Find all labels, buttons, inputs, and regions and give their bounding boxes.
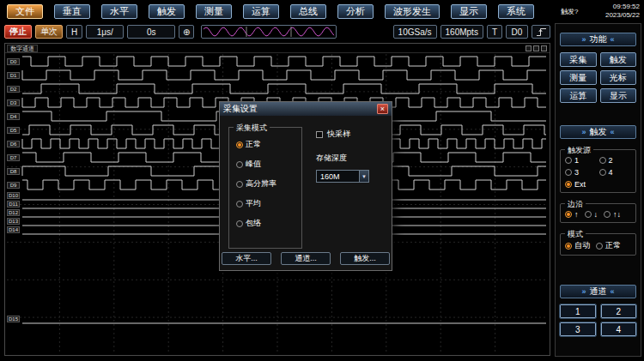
channel-badge[interactable]: D9 [7, 182, 20, 189]
channel-button[interactable]: 1 [560, 304, 596, 318]
dialog-right-column: 快采样 存储深度 160M ▼ [316, 127, 369, 249]
function-button[interactable]: 触发 [600, 52, 637, 67]
chevron-left-icon: « [611, 287, 615, 296]
channel-badge[interactable]: D6 [7, 141, 20, 147]
channel-badge[interactable]: D11 [7, 201, 20, 208]
memory-depth-value: 160M [317, 172, 359, 181]
layout-grid-icon[interactable] [526, 45, 532, 51]
edge-group: 边沿 ↑ ↓ ↑↓ [560, 203, 636, 223]
fast-sample-checkbox[interactable]: 快采样 [316, 129, 369, 140]
memory-depth-dropdown[interactable]: 160M ▼ [316, 170, 369, 183]
menu-item[interactable]: 运算 [243, 4, 279, 19]
edge-option[interactable]: ↑ [565, 210, 579, 219]
horizontal-label: H [66, 25, 82, 39]
channel-button[interactable]: 2 [601, 304, 637, 318]
acquire-mode-option[interactable]: 平均 [236, 198, 295, 209]
dialog-footer-button[interactable]: 触发... [340, 252, 390, 265]
acquire-mode-label: 采集模式 [234, 123, 270, 134]
function-header-label: 功能 [590, 33, 607, 45]
radio-label: Ext [574, 180, 586, 189]
dialog-title: 采集设置 [223, 103, 258, 115]
menu-item[interactable]: 文件 [7, 4, 43, 19]
function-button[interactable]: 采集 [560, 52, 597, 67]
function-button[interactable]: 光标 [600, 70, 637, 85]
channel-badge[interactable]: D13 [7, 218, 20, 225]
radio-icon [599, 169, 606, 176]
trigger-source-option[interactable]: 1 [565, 156, 598, 165]
checkbox-icon [316, 131, 323, 138]
trigger-header-label: 触发 [590, 126, 607, 138]
channel-badge[interactable]: D15 [7, 316, 20, 322]
radio-label: 包络 [246, 218, 261, 229]
acquire-mode-option[interactable]: 高分辨率 [236, 178, 295, 190]
radio-icon [604, 211, 611, 218]
menu-item[interactable]: 显示 [451, 4, 487, 19]
menu-item[interactable]: 分析 [337, 4, 374, 19]
chevron-left-icon: « [611, 35, 615, 44]
acquisition-settings-dialog: 采集设置 × 采集模式 正常 峰值 [219, 101, 392, 271]
acquire-mode-option[interactable]: 正常 [236, 139, 295, 150]
zoom-icon[interactable]: ⊕ [179, 25, 194, 39]
radio-label: 自动 [574, 240, 590, 251]
tab-digital-channels[interactable]: 数字通道 [7, 45, 38, 52]
edge-option[interactable]: ↓ [585, 210, 598, 219]
radio-label: 1 [574, 156, 579, 165]
channel-button[interactable]: 4 [601, 322, 637, 336]
trigger-source-option[interactable]: 4 [599, 168, 632, 177]
trigger-source-option[interactable]: 3 [565, 168, 598, 177]
close-icon[interactable]: × [377, 104, 388, 114]
menu-item[interactable]: 系统 [498, 4, 534, 19]
menu-item[interactable]: 总线 [290, 4, 326, 19]
function-button[interactable]: 测量 [560, 70, 597, 85]
acquire-mode-option[interactable]: 包络 [236, 218, 295, 229]
dialog-footer-button[interactable]: 水平... [222, 252, 271, 265]
trigger-slope-button[interactable] [532, 25, 550, 39]
trigger-mode-option[interactable]: 正常 [596, 240, 621, 251]
trigger-label: T [487, 25, 502, 39]
function-section-header: » 功能 « [560, 33, 636, 46]
function-button[interactable]: 显示 [600, 88, 637, 103]
menu-item[interactable]: 测量 [196, 4, 232, 19]
function-button[interactable]: 运算 [560, 88, 597, 103]
channel-badge[interactable]: D0 [7, 58, 20, 65]
menu-item[interactable]: 水平 [101, 4, 137, 19]
channel-badge[interactable]: D3 [7, 99, 20, 106]
trigger-source-option[interactable]: 2 [599, 156, 632, 165]
trigger-source-button[interactable]: D0 [506, 25, 528, 39]
split-view-icon[interactable] [533, 45, 539, 51]
menu-item[interactable]: 波形发生 [385, 4, 440, 19]
horizontal-position-control[interactable]: 0s [127, 25, 175, 39]
channel-badge[interactable]: D14 [7, 226, 20, 233]
channel-badge[interactable]: D4 [7, 113, 20, 120]
edge-arrow-label: ↓ [594, 210, 598, 219]
dialog-titlebar[interactable]: 采集设置 × [220, 102, 392, 116]
maximize-icon[interactable] [541, 45, 547, 51]
dialog-footer-button[interactable]: 通道... [281, 252, 331, 265]
channel-badge[interactable]: D12 [7, 209, 20, 216]
waveform-preview-strip[interactable] [201, 25, 337, 39]
channel-badge[interactable]: D2 [7, 86, 20, 93]
menu-item[interactable]: 垂直 [54, 4, 90, 19]
acquire-mode-option[interactable]: 峰值 [236, 159, 295, 170]
channel-badge[interactable]: D7 [7, 154, 20, 161]
trigger-status-label: 触发? [561, 7, 578, 16]
radio-label: 3 [574, 168, 579, 177]
channel-badge[interactable]: D10 [7, 192, 20, 199]
channel-button[interactable]: 3 [560, 322, 596, 336]
menu-item[interactable]: 触发 [149, 4, 185, 19]
stop-button[interactable]: 停止 [4, 25, 32, 39]
timebase-control[interactable]: 1μs/ [86, 25, 124, 39]
dialog-body: 采集模式 正常 峰值 高分辨率 [220, 116, 392, 252]
trigger-source-option[interactable]: Ext [565, 180, 598, 189]
channel-badge[interactable]: D5 [7, 127, 20, 134]
window-controls [526, 45, 547, 51]
trigger-mode-option[interactable]: 自动 [565, 240, 590, 251]
single-button[interactable]: 单次 [35, 25, 63, 39]
radio-label: 4 [609, 168, 613, 177]
channel-badge[interactable]: D1 [7, 72, 20, 79]
radio-icon [565, 169, 572, 176]
edge-option[interactable]: ↑↓ [604, 210, 621, 219]
chevron-right-icon: » [581, 128, 586, 136]
channel-badge[interactable]: D8 [7, 168, 20, 175]
edge-arrow-label: ↑↓ [613, 210, 621, 219]
